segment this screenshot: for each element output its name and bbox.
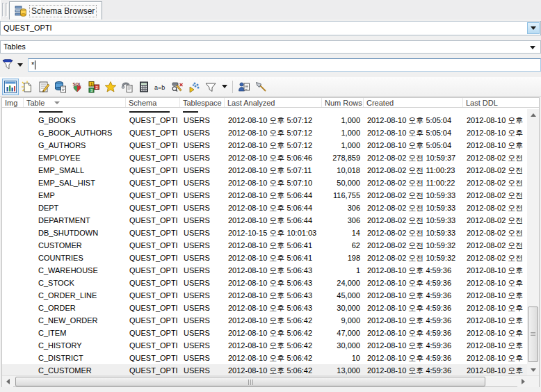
last-ddl-cell: 2012-08-02 오전 <box>463 202 527 214</box>
table-row[interactable]: C_ITEM QUEST_OPTI USERS 2012-08-10 오후 5:… <box>2 327 527 339</box>
table-row[interactable]: C_DISTRICT QUEST_OPTI USERS 2012-08-10 오… <box>2 352 527 364</box>
img-cell <box>2 239 24 252</box>
drop-table-button[interactable] <box>252 79 269 95</box>
column-header-schema[interactable]: Schema <box>126 98 180 107</box>
table-row[interactable]: G_BOOKS QUEST_OPTI USERS 2012-08-10 오후 5… <box>2 114 527 126</box>
last-analyzed-cell: 2012-08-10 오후 5:06:43 <box>225 302 322 314</box>
num-rows-cell: 24,000 <box>322 277 364 289</box>
table-row[interactable]: C_NEW_ORDER QUEST_OPTI USERS 2012-08-10 … <box>2 314 527 327</box>
scroll-up-button[interactable] <box>527 109 539 120</box>
filter-options-dropdown-button[interactable] <box>15 57 25 72</box>
column-header-tablespace[interactable]: Tablespace <box>180 98 225 107</box>
num-rows-cell: 116,755 <box>322 189 364 202</box>
vertical-scrollbar[interactable] <box>527 109 539 375</box>
schema-cell: QUEST_OPTI <box>126 364 180 375</box>
schema-cell: QUEST_OPTI <box>126 139 180 152</box>
sort-descending-icon <box>54 101 60 104</box>
table-row[interactable]: C_HISTORY QUEST_OPTI USERS 2012-08-10 오후… <box>2 339 527 352</box>
chevron-down-icon <box>531 26 536 30</box>
estimate-size-button[interactable] <box>186 79 202 95</box>
triangle-up-icon <box>531 113 536 117</box>
schema-selector[interactable]: QUEST_OPTI <box>0 21 541 35</box>
last-ddl-cell: 2012-08-10 오후 <box>463 139 527 152</box>
last-analyzed-cell: 2012-08-10 오후 5:06:43 <box>225 264 322 277</box>
column-header-table[interactable]: Table <box>24 98 126 107</box>
table-row[interactable]: COUNTRIES QUEST_OPTI USERS 2012-08-10 오후… <box>2 252 527 264</box>
horizontal-scrollbar-track[interactable] <box>13 376 517 387</box>
schema-selector-dropdown-button[interactable] <box>527 22 540 34</box>
table-row[interactable]: CUSTOMER QUEST_OPTI USERS 2012-08-10 오후 … <box>2 239 527 252</box>
table-row[interactable]: DEPT QUEST_OPTI USERS 2012-08-10 오후 5:06… <box>2 202 527 214</box>
column-header-last-analyzed[interactable]: Last Analyzed <box>225 98 322 107</box>
table-row[interactable]: EMP_SAL_HIST QUEST_OPTI USERS 2012-08-10… <box>2 177 527 189</box>
table-name-cell: C_WAREHOUSE <box>24 264 126 277</box>
dock-grip-handle[interactable] <box>2 3 8 17</box>
num-rows-cell: 1 <box>322 264 364 277</box>
table-row[interactable]: G_BOOK_AUTHORS QUEST_OPTI USERS 2012-08-… <box>2 126 527 139</box>
column-header-num-rows[interactable]: Num Rows <box>322 98 364 107</box>
scroll-right-button[interactable] <box>517 376 528 387</box>
created-cell: 2012-08-02 오전 10:59:37 <box>364 152 463 164</box>
filter-input[interactable]: * <box>28 58 541 72</box>
img-cell <box>2 177 24 189</box>
created-cell: 2012-08-10 오후 5:05:04 <box>364 114 463 126</box>
hammer-tools-icon <box>171 81 184 93</box>
rebuild-objects-button[interactable]: 1 2 3 <box>86 79 102 95</box>
horizontal-scrollbar-thumb[interactable] <box>15 377 485 386</box>
object-report-button[interactable] <box>236 79 252 95</box>
copy-to-schema-button[interactable] <box>52 79 69 95</box>
table-name-cell: C_CUSTOMER <box>24 364 126 375</box>
table-row[interactable]: EMP_SMALL QUEST_OPTI USERS 2012-08-10 오후… <box>2 164 527 177</box>
toolbar-filter-button[interactable] <box>202 79 219 95</box>
chevron-down-icon[interactable] <box>530 46 535 49</box>
table-row[interactable]: C_ORDER_LINE QUEST_OPTI USERS 2012-08-10… <box>2 289 527 302</box>
table-name-cell: EMP <box>24 189 126 202</box>
table-row[interactable]: DB_SHUTDOWN QUEST_OPTI USERS 2012-10-15 … <box>2 227 527 239</box>
analyze-objects-button[interactable] <box>169 79 186 95</box>
object-type-selector[interactable]: Tables <box>0 40 541 54</box>
scroll-left-button[interactable] <box>2 376 13 387</box>
table-row[interactable]: DEPARTMENT QUEST_OPTI USERS 2012-08-10 오… <box>2 214 527 227</box>
alter-edit-button[interactable] <box>35 79 52 95</box>
vertical-scrollbar-thumb[interactable] <box>528 307 538 362</box>
scroll-down-button[interactable] <box>527 364 539 375</box>
sql-health-button[interactable]: SQL <box>69 79 86 95</box>
chevron-down-icon <box>222 85 227 88</box>
last-ddl-cell: 2012-08-10 오후 <box>463 314 527 327</box>
table-row[interactable]: C_CUSTOMER QUEST_OPTI USERS 2012-08-10 오… <box>2 364 527 375</box>
filter-funnel-button[interactable] <box>0 57 15 72</box>
table-row[interactable]: EMP QUEST_OPTI USERS 2012-08-10 오후 5:06:… <box>2 189 527 202</box>
table-row[interactable]: EMPLOYEE QUEST_OPTI USERS 2012-08-10 오후 … <box>2 152 527 164</box>
notepad-pencil-icon <box>38 81 50 93</box>
rename-compare-button[interactable]: a=b <box>152 79 169 95</box>
detail-view-button[interactable] <box>2 79 19 95</box>
table-name-cell: EMP_SMALL <box>24 164 126 177</box>
num-rows-cell: 306 <box>322 202 364 214</box>
column-header-created[interactable]: Created <box>364 98 463 107</box>
schema-cell: QUEST_OPTI <box>126 239 180 252</box>
schema-cell: QUEST_OPTI <box>126 302 180 314</box>
column-header-img[interactable]: Img <box>2 98 24 107</box>
person-document-icon <box>238 81 250 93</box>
num-rows-cell: 1,000 <box>322 114 364 126</box>
create-new-button[interactable] <box>19 79 35 95</box>
last-analyzed-cell: 2012-08-10 오후 5:06:46 <box>225 152 322 164</box>
tab-schema-browser[interactable]: Schema Browser <box>9 1 102 19</box>
horizontal-scrollbar[interactable] <box>2 375 539 386</box>
generate-script-button[interactable] <box>119 79 136 95</box>
column-header-last-ddl[interactable]: Last DDL <box>463 98 539 107</box>
toolbar-filter-dropdown-button[interactable] <box>219 79 229 95</box>
created-cell: 2012-08-02 오전 11:00:22 <box>364 177 463 189</box>
created-cell: 2012-08-10 오후 4:59:36 <box>364 314 463 327</box>
schema-cell: QUEST_OPTI <box>126 289 180 302</box>
img-cell <box>2 364 24 375</box>
numbered-boxes-icon: 1 2 3 <box>88 81 100 93</box>
count-rows-button[interactable] <box>136 79 152 95</box>
schema-cell: QUEST_OPTI <box>126 277 180 289</box>
table-row[interactable]: C_WAREHOUSE QUEST_OPTI USERS 2012-08-10 … <box>2 264 527 277</box>
favorites-button[interactable] <box>102 79 119 95</box>
table-row[interactable]: C_ORDER QUEST_OPTI USERS 2012-08-10 오후 5… <box>2 302 527 314</box>
table-row[interactable]: C_STOCK QUEST_OPTI USERS 2012-08-10 오후 5… <box>2 277 527 289</box>
img-cell <box>2 289 24 302</box>
table-row[interactable]: G_AUTHORS QUEST_OPTI USERS 2012-08-10 오후… <box>2 139 527 152</box>
